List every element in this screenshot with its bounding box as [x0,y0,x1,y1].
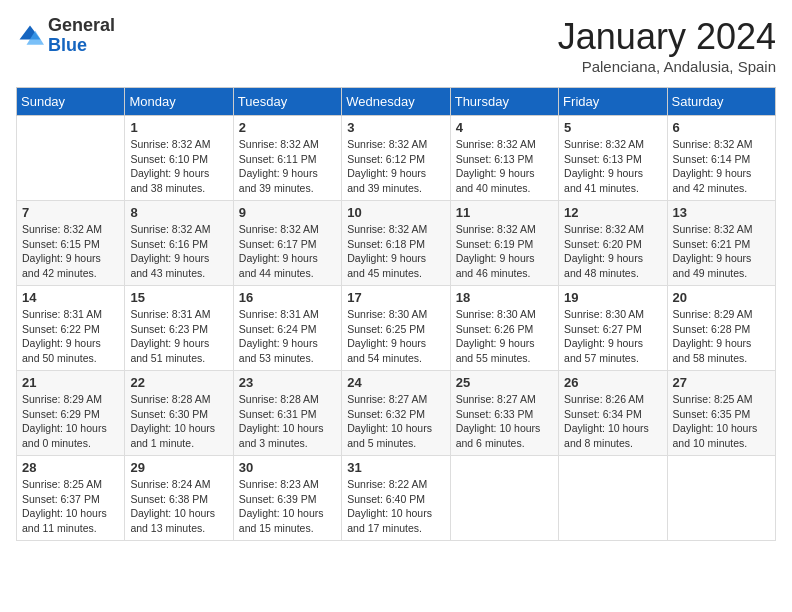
day-info: Sunrise: 8:25 AMSunset: 6:37 PMDaylight:… [22,477,119,536]
calendar-cell: 26Sunrise: 8:26 AMSunset: 6:34 PMDayligh… [559,371,667,456]
day-number: 18 [456,290,553,305]
calendar-cell: 10Sunrise: 8:32 AMSunset: 6:18 PMDayligh… [342,201,450,286]
calendar-cell: 27Sunrise: 8:25 AMSunset: 6:35 PMDayligh… [667,371,775,456]
day-info: Sunrise: 8:32 AMSunset: 6:20 PMDaylight:… [564,222,661,281]
day-number: 16 [239,290,336,305]
calendar-table: SundayMondayTuesdayWednesdayThursdayFrid… [16,87,776,541]
calendar-cell: 30Sunrise: 8:23 AMSunset: 6:39 PMDayligh… [233,456,341,541]
day-info: Sunrise: 8:24 AMSunset: 6:38 PMDaylight:… [130,477,227,536]
day-info: Sunrise: 8:32 AMSunset: 6:18 PMDaylight:… [347,222,444,281]
calendar-cell: 18Sunrise: 8:30 AMSunset: 6:26 PMDayligh… [450,286,558,371]
day-number: 28 [22,460,119,475]
calendar-cell: 16Sunrise: 8:31 AMSunset: 6:24 PMDayligh… [233,286,341,371]
calendar-cell: 29Sunrise: 8:24 AMSunset: 6:38 PMDayligh… [125,456,233,541]
calendar-cell: 17Sunrise: 8:30 AMSunset: 6:25 PMDayligh… [342,286,450,371]
location-title: Palenciana, Andalusia, Spain [558,58,776,75]
day-number: 26 [564,375,661,390]
day-info: Sunrise: 8:32 AMSunset: 6:11 PMDaylight:… [239,137,336,196]
day-info: Sunrise: 8:31 AMSunset: 6:22 PMDaylight:… [22,307,119,366]
weekday-header-tuesday: Tuesday [233,88,341,116]
calendar-cell: 28Sunrise: 8:25 AMSunset: 6:37 PMDayligh… [17,456,125,541]
day-info: Sunrise: 8:25 AMSunset: 6:35 PMDaylight:… [673,392,770,451]
day-info: Sunrise: 8:32 AMSunset: 6:17 PMDaylight:… [239,222,336,281]
day-info: Sunrise: 8:30 AMSunset: 6:27 PMDaylight:… [564,307,661,366]
day-info: Sunrise: 8:30 AMSunset: 6:25 PMDaylight:… [347,307,444,366]
day-info: Sunrise: 8:30 AMSunset: 6:26 PMDaylight:… [456,307,553,366]
day-number: 10 [347,205,444,220]
day-number: 13 [673,205,770,220]
day-number: 15 [130,290,227,305]
logo-blue-text: Blue [48,35,87,55]
day-info: Sunrise: 8:32 AMSunset: 6:19 PMDaylight:… [456,222,553,281]
day-number: 19 [564,290,661,305]
calendar-cell: 19Sunrise: 8:30 AMSunset: 6:27 PMDayligh… [559,286,667,371]
day-number: 12 [564,205,661,220]
calendar-cell: 14Sunrise: 8:31 AMSunset: 6:22 PMDayligh… [17,286,125,371]
day-info: Sunrise: 8:28 AMSunset: 6:31 PMDaylight:… [239,392,336,451]
day-number: 31 [347,460,444,475]
day-number: 23 [239,375,336,390]
logo-general-text: General [48,15,115,35]
weekday-header-sunday: Sunday [17,88,125,116]
day-number: 5 [564,120,661,135]
page-header: General Blue January 2024 Palenciana, An… [16,16,776,75]
week-row-5: 28Sunrise: 8:25 AMSunset: 6:37 PMDayligh… [17,456,776,541]
week-row-4: 21Sunrise: 8:29 AMSunset: 6:29 PMDayligh… [17,371,776,456]
calendar-cell: 15Sunrise: 8:31 AMSunset: 6:23 PMDayligh… [125,286,233,371]
day-info: Sunrise: 8:32 AMSunset: 6:15 PMDaylight:… [22,222,119,281]
day-number: 1 [130,120,227,135]
calendar-cell: 20Sunrise: 8:29 AMSunset: 6:28 PMDayligh… [667,286,775,371]
day-number: 25 [456,375,553,390]
calendar-cell [450,456,558,541]
day-info: Sunrise: 8:29 AMSunset: 6:28 PMDaylight:… [673,307,770,366]
day-info: Sunrise: 8:32 AMSunset: 6:13 PMDaylight:… [564,137,661,196]
day-info: Sunrise: 8:22 AMSunset: 6:40 PMDaylight:… [347,477,444,536]
day-info: Sunrise: 8:28 AMSunset: 6:30 PMDaylight:… [130,392,227,451]
calendar-cell: 5Sunrise: 8:32 AMSunset: 6:13 PMDaylight… [559,116,667,201]
day-number: 29 [130,460,227,475]
logo: General Blue [16,16,115,56]
calendar-cell: 7Sunrise: 8:32 AMSunset: 6:15 PMDaylight… [17,201,125,286]
day-number: 20 [673,290,770,305]
calendar-cell: 4Sunrise: 8:32 AMSunset: 6:13 PMDaylight… [450,116,558,201]
calendar-cell: 6Sunrise: 8:32 AMSunset: 6:14 PMDaylight… [667,116,775,201]
day-number: 14 [22,290,119,305]
day-number: 9 [239,205,336,220]
weekday-header-monday: Monday [125,88,233,116]
day-info: Sunrise: 8:32 AMSunset: 6:10 PMDaylight:… [130,137,227,196]
day-number: 22 [130,375,227,390]
day-number: 17 [347,290,444,305]
day-info: Sunrise: 8:29 AMSunset: 6:29 PMDaylight:… [22,392,119,451]
day-number: 24 [347,375,444,390]
day-info: Sunrise: 8:31 AMSunset: 6:23 PMDaylight:… [130,307,227,366]
calendar-cell: 9Sunrise: 8:32 AMSunset: 6:17 PMDaylight… [233,201,341,286]
day-number: 11 [456,205,553,220]
day-number: 3 [347,120,444,135]
weekday-header-thursday: Thursday [450,88,558,116]
week-row-3: 14Sunrise: 8:31 AMSunset: 6:22 PMDayligh… [17,286,776,371]
calendar-cell: 1Sunrise: 8:32 AMSunset: 6:10 PMDaylight… [125,116,233,201]
day-info: Sunrise: 8:23 AMSunset: 6:39 PMDaylight:… [239,477,336,536]
calendar-cell [559,456,667,541]
calendar-cell [667,456,775,541]
day-number: 8 [130,205,227,220]
day-info: Sunrise: 8:27 AMSunset: 6:33 PMDaylight:… [456,392,553,451]
weekday-header-saturday: Saturday [667,88,775,116]
day-number: 27 [673,375,770,390]
title-area: January 2024 Palenciana, Andalusia, Spai… [558,16,776,75]
day-info: Sunrise: 8:32 AMSunset: 6:14 PMDaylight:… [673,137,770,196]
week-row-1: 1Sunrise: 8:32 AMSunset: 6:10 PMDaylight… [17,116,776,201]
logo-icon [16,22,44,50]
weekday-header-friday: Friday [559,88,667,116]
calendar-cell: 25Sunrise: 8:27 AMSunset: 6:33 PMDayligh… [450,371,558,456]
weekday-header-row: SundayMondayTuesdayWednesdayThursdayFrid… [17,88,776,116]
day-info: Sunrise: 8:26 AMSunset: 6:34 PMDaylight:… [564,392,661,451]
calendar-cell: 8Sunrise: 8:32 AMSunset: 6:16 PMDaylight… [125,201,233,286]
calendar-cell: 22Sunrise: 8:28 AMSunset: 6:30 PMDayligh… [125,371,233,456]
calendar-cell [17,116,125,201]
day-info: Sunrise: 8:32 AMSunset: 6:21 PMDaylight:… [673,222,770,281]
calendar-cell: 21Sunrise: 8:29 AMSunset: 6:29 PMDayligh… [17,371,125,456]
day-info: Sunrise: 8:32 AMSunset: 6:13 PMDaylight:… [456,137,553,196]
day-number: 30 [239,460,336,475]
day-info: Sunrise: 8:27 AMSunset: 6:32 PMDaylight:… [347,392,444,451]
